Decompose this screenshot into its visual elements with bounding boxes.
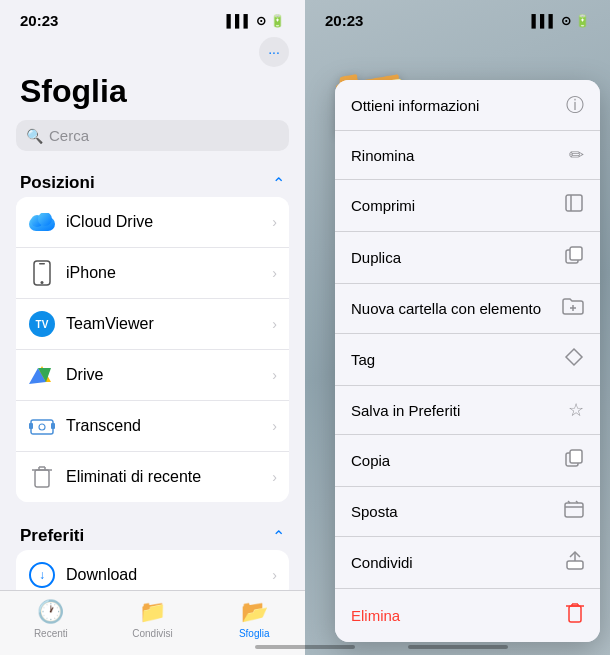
menu-item-condividi[interactable]: Condividi [335,537,600,589]
menu-label-copia: Copia [351,452,390,469]
iphone-item[interactable]: iPhone › [16,248,289,299]
wifi-icon: ⊙ [256,14,266,28]
preferiti-header: Preferiti ⌃ [0,518,305,550]
recenti-label: Recenti [34,628,68,639]
condivisi-icon: 📁 [139,599,166,625]
tag-icon [564,347,584,372]
trash-icon [28,463,56,491]
teamviewer-item[interactable]: TV TeamViewer › [16,299,289,350]
more-button[interactable]: ··· [259,37,289,67]
eliminati-chevron-icon: › [272,469,277,485]
svg-rect-4 [39,263,45,265]
menu-item-info[interactable]: Ottieni informazioni ⓘ [335,80,600,131]
icloud-chevron-icon: › [272,214,277,230]
menu-label-info: Ottieni informazioni [351,97,479,114]
search-placeholder: Cerca [49,127,89,144]
eliminati-label: Eliminati di recente [66,468,272,486]
signal-icon-right: ▌▌▌ [531,14,557,28]
scroll-area: Posizioni ⌃ [0,165,305,590]
delete-icon [566,602,584,629]
menu-item-duplica[interactable]: Duplica [335,232,600,284]
condivisi-label: Condivisi [132,628,173,639]
tab-sfoglia[interactable]: 📂 Sfoglia [203,599,305,639]
status-icons-left: ▌▌▌ ⊙ 🔋 [226,14,285,28]
transcend-label: Transcend [66,417,272,435]
posizioni-header: Posizioni ⌃ [0,165,305,197]
iphone-chevron-icon: › [272,265,277,281]
svg-rect-10 [31,420,53,434]
move-icon [564,500,584,523]
star-icon: ☆ [568,399,584,421]
download-item[interactable]: ↓ Download › [16,550,289,590]
time-left: 20:23 [20,12,58,29]
menu-label-comprimi: Comprimi [351,197,415,214]
home-indicator-left [255,645,305,649]
transcend-item[interactable]: Transcend › [16,401,289,452]
menu-label-elimina: Elimina [351,607,400,624]
preferiti-chevron-icon[interactable]: ⌃ [272,527,285,546]
drive-item[interactable]: Drive › [16,350,289,401]
iphone-icon [28,259,56,287]
posizioni-title: Posizioni [20,173,95,193]
tab-recenti[interactable]: 🕐 Recenti [0,599,102,639]
posizioni-chevron-icon[interactable]: ⌃ [272,174,285,193]
search-bar[interactable]: 🔍 Cerca [16,120,289,151]
svg-rect-27 [570,450,582,463]
download-icon: ↓ [28,561,56,589]
svg-point-13 [39,424,45,430]
sfoglia-icon: 📂 [241,599,268,625]
status-bar-left: 20:23 ▌▌▌ ⊙ 🔋 [0,0,305,33]
svg-rect-14 [35,470,49,487]
menu-label-tag: Tag [351,351,375,368]
svg-rect-35 [569,606,581,622]
duplicate-icon [564,245,584,270]
left-panel: 20:23 ▌▌▌ ⊙ 🔋 ··· Sfoglia 🔍 Cerca Posizi… [0,0,305,655]
battery-icon-right: 🔋 [575,14,590,28]
status-icons-right: ▌▌▌ ⊙ 🔋 [531,14,590,28]
icloud-icon [28,208,56,236]
menu-item-salva-preferiti[interactable]: Salva in Preferiti ☆ [335,386,600,435]
drive-icon [28,361,56,389]
share-icon [566,550,584,575]
top-bar-left: ··· [0,33,305,71]
pencil-icon: ✏ [569,144,584,166]
menu-item-comprimi[interactable]: Comprimi [335,180,600,232]
eliminati-item[interactable]: Eliminati di recente › [16,452,289,502]
iphone-label: iPhone [66,264,272,282]
svg-rect-12 [51,423,55,429]
menu-item-copia[interactable]: Copia [335,435,600,487]
menu-item-nuova-cartella[interactable]: Nuova cartella con elemento [335,284,600,334]
preferiti-list: ↓ Download › [16,550,289,590]
copy-icon [564,448,584,473]
dots-icon: ··· [268,44,280,60]
teamviewer-chevron-icon: › [272,316,277,332]
svg-rect-19 [566,195,582,211]
icloud-drive-item[interactable]: iCloud Drive › [16,197,289,248]
transcend-icon [28,412,56,440]
download-chevron-icon: › [272,567,277,583]
icloud-drive-label: iCloud Drive [66,213,272,231]
svg-rect-28 [565,503,583,517]
drive-chevron-icon: › [272,367,277,383]
menu-item-rinomina[interactable]: Rinomina ✏ [335,131,600,180]
menu-item-sposta[interactable]: Sposta [335,487,600,537]
svg-rect-33 [567,561,583,569]
context-menu: Ottieni informazioni ⓘ Rinomina ✏ Compri… [335,80,600,642]
svg-marker-25 [566,349,582,365]
home-indicator-right [408,645,508,649]
menu-label-rinomina: Rinomina [351,147,414,164]
right-panel: 📁 📁 📁 📁 📁 📁 20:23 ▌▌▌ ⊙ 🔋 📁 [305,0,610,655]
info-icon: ⓘ [566,93,584,117]
menu-label-nuova-cartella: Nuova cartella con elemento [351,300,541,317]
time-right: 20:23 [325,12,363,29]
status-bar-right: 20:23 ▌▌▌ ⊙ 🔋 [305,0,610,33]
svg-rect-22 [570,247,582,260]
svg-rect-11 [29,423,33,429]
search-icon: 🔍 [26,128,43,144]
menu-item-elimina[interactable]: Elimina [335,589,600,642]
tab-condivisi[interactable]: 📁 Condivisi [102,599,204,639]
menu-item-tag[interactable]: Tag [335,334,600,386]
sfoglia-label: Sfoglia [239,628,270,639]
posizioni-list: iCloud Drive › iPhone › [16,197,289,502]
menu-label-condividi: Condividi [351,554,413,571]
